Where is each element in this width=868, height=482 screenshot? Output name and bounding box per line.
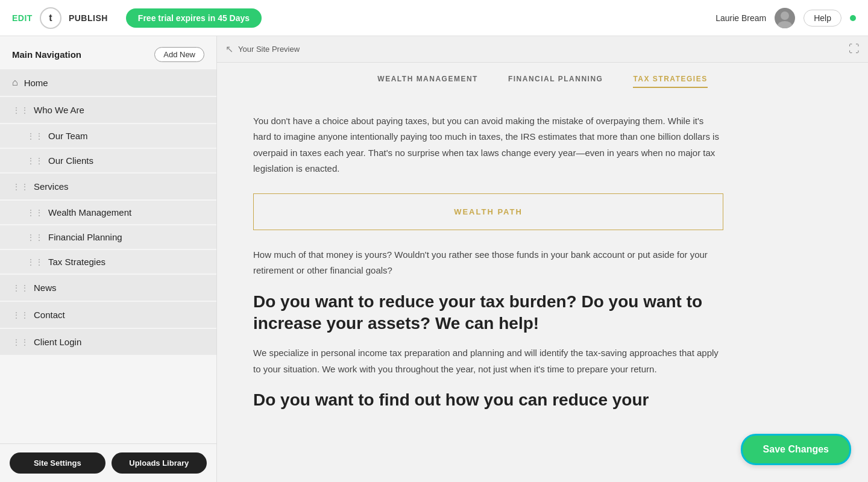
top-bar: EDIT t PUBLISH Free trial expires in 45 …	[0, 0, 868, 36]
drag-handle-icon: ⋮⋮	[12, 310, 29, 320]
uploads-library-button[interactable]: Uploads Library	[112, 452, 207, 474]
drag-handle-icon: ⋮⋮	[27, 131, 43, 141]
sidebar-item-financial-planning[interactable]: ⋮⋮ Financial Planning	[0, 225, 216, 249]
sidebar-item-client-login[interactable]: ⋮⋮ Client Login	[0, 329, 216, 355]
sidebar-item-label: Tax Strategies	[48, 257, 105, 267]
drag-handle-icon: ⋮⋮	[12, 182, 29, 192]
site-nav-financial-planning[interactable]: FINANCIAL PLANNING	[508, 75, 603, 88]
svg-point-1	[778, 21, 792, 28]
sidebar-item-label: Wealth Management	[48, 207, 131, 218]
svg-point-0	[781, 11, 789, 20]
sidebar-item-label: Client Login	[34, 337, 81, 347]
sidebar-item-services[interactable]: ⋮⋮ Services	[0, 174, 216, 199]
top-bar-right: Laurie Bream Help	[715, 8, 856, 28]
user-name: Laurie Bream	[715, 13, 766, 23]
save-changes-button[interactable]: Save Changes	[741, 434, 851, 465]
sidebar-item-contact[interactable]: ⋮⋮ Contact	[0, 302, 216, 328]
status-indicator	[850, 15, 856, 21]
sidebar-item-label: Who We Are	[34, 105, 84, 115]
preview-bar: ↖ Your Site Preview ⛶	[217, 36, 868, 63]
sidebar-item-our-team[interactable]: ⋮⋮ Our Team	[0, 124, 216, 148]
drag-handle-icon: ⋮⋮	[12, 337, 29, 347]
logo-icon: t	[40, 7, 61, 29]
sidebar-item-our-clients[interactable]: ⋮⋮ Our Clients	[0, 149, 216, 172]
avatar	[775, 8, 795, 28]
sidebar-item-label: Contact	[34, 310, 65, 320]
expand-icon[interactable]: ⛶	[849, 43, 860, 55]
sidebar: Main Navigation Add New ⌂ Home ⋮⋮ Who We…	[0, 36, 217, 482]
sidebar-header: Main Navigation Add New	[0, 36, 216, 69]
drag-handle-icon: ⋮⋮	[12, 283, 29, 293]
site-settings-button[interactable]: Site Settings	[10, 452, 105, 474]
sidebar-item-label: Services	[34, 181, 69, 192]
site-nav-wealth-management[interactable]: WEALTH MANAGEMENT	[377, 75, 478, 88]
wealth-path-box[interactable]: WEALTH PATH	[253, 193, 723, 230]
drag-handle-icon: ⋮⋮	[27, 208, 43, 218]
sidebar-item-label: News	[34, 283, 57, 293]
sidebar-title: Main Navigation	[12, 49, 81, 60]
body-paragraph-1: We specialize in personal income tax pre…	[253, 345, 723, 377]
add-new-button[interactable]: Add New	[154, 47, 204, 62]
content-area: You don't have a choice about paying tax…	[217, 95, 868, 429]
trial-badge[interactable]: Free trial expires in 45 Days	[126, 8, 262, 28]
sidebar-item-label: Home	[24, 78, 48, 88]
edit-button[interactable]: EDIT	[12, 13, 33, 23]
sidebar-item-label: Financial Planning	[48, 232, 122, 242]
sidebar-item-news[interactable]: ⋮⋮ News	[0, 275, 216, 301]
paragraph-2: How much of that money is yours? Wouldn'…	[253, 247, 723, 279]
wealth-path-label: WEALTH PATH	[454, 207, 523, 216]
site-nav: WEALTH MANAGEMENT FINANCIAL PLANNING TAX…	[217, 63, 868, 95]
heading-1: Do you want to reduce your tax burden? D…	[253, 291, 723, 335]
home-icon: ⌂	[12, 77, 18, 88]
drag-handle-icon: ⋮⋮	[12, 105, 29, 115]
heading-2: Do you want to find out how you can redu…	[253, 389, 723, 411]
preview-panel: ↖ Your Site Preview ⛶ WEALTH MANAGEMENT …	[217, 36, 868, 482]
drag-handle-icon: ⋮⋮	[27, 233, 43, 242]
preview-content: WEALTH MANAGEMENT FINANCIAL PLANNING TAX…	[217, 63, 868, 482]
drag-handle-icon: ⋮⋮	[27, 156, 43, 166]
preview-label: Your Site Preview	[238, 45, 300, 54]
back-arrow-icon[interactable]: ↖	[225, 43, 233, 55]
site-nav-tax-strategies[interactable]: TAX STRATEGIES	[633, 75, 707, 88]
drag-handle-icon: ⋮⋮	[27, 257, 43, 267]
sidebar-item-home[interactable]: ⌂ Home	[0, 69, 216, 96]
main-layout: Main Navigation Add New ⌂ Home ⋮⋮ Who We…	[0, 36, 868, 482]
sidebar-item-label: Our Team	[48, 131, 88, 141]
intro-paragraph: You don't have a choice about paying tax…	[253, 113, 723, 177]
sidebar-item-wealth-management[interactable]: ⋮⋮ Wealth Management	[0, 201, 216, 224]
sidebar-item-tax-strategies[interactable]: ⋮⋮ Tax Strategies	[0, 250, 216, 274]
sidebar-bottom: Site Settings Uploads Library	[0, 443, 216, 482]
sidebar-item-who-we-are[interactable]: ⋮⋮ Who We Are	[0, 97, 216, 123]
help-button[interactable]: Help	[804, 10, 841, 27]
publish-button[interactable]: PUBLISH	[69, 13, 108, 23]
sidebar-item-label: Our Clients	[48, 155, 93, 166]
